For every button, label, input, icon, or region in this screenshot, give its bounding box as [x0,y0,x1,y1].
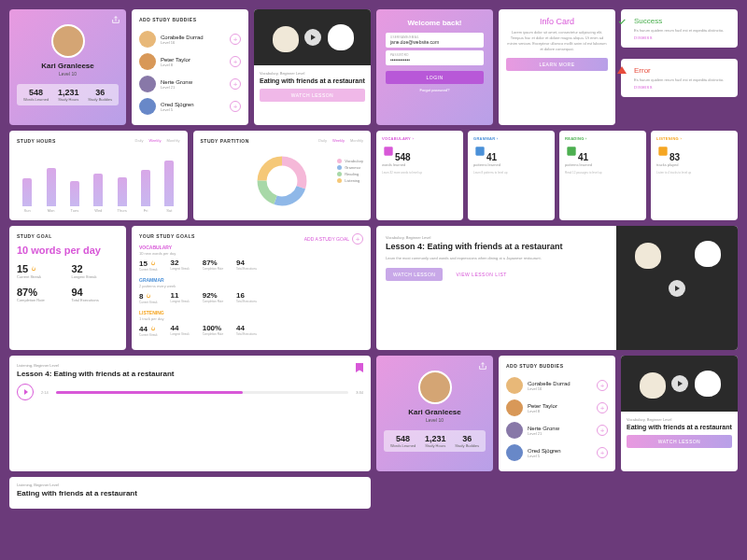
info-text: Lorem ipsum dolor sit amet, consectetur … [506,30,608,52]
add-buddy-button[interactable]: + [597,402,608,413]
player-title: Lesson 4: Eating with friends at a resta… [17,370,363,378]
lesson-title: Eating with friends at a restaurant [260,77,365,84]
legend-item: Vocabulary [337,159,363,163]
svg-rect-4 [384,147,392,155]
welcome-card: Welcome back! USERNAME/EMAIL jane.doe@we… [376,9,493,125]
watch-lesson-button[interactable]: WATCH LESSON [386,268,443,281]
share-icon[interactable] [478,361,487,371]
buddy-avatar [139,53,156,70]
add-buddy-button[interactable]: + [230,78,241,90]
add-buddy-button[interactable]: + [230,34,241,45]
mini-stat-card[interactable]: VOCABULARY ›548words learnedLearn 32 mor… [376,131,463,220]
share-icon[interactable] [111,15,120,24]
profile-card-2: Kari Granleese Level 10 548Words Learned… [376,356,493,471]
stat: 1,231Study Hours [425,434,446,448]
add-buddy-button[interactable]: + [597,380,608,391]
info-card: Info Card Lorem ipsum dolor sit amet, co… [499,9,615,125]
tab-daily[interactable]: Daily [135,138,144,143]
study-goals-table: YOUR STUDY GOALS ADD A STUDY GOAL + VOCA… [132,226,371,350]
lesson-card-small: Vocabulary, Beginner Level Eating with f… [254,9,371,125]
play-icon[interactable] [304,29,321,46]
study-hours-chart: STUDY HOURS DailyWeeklyMonthly SunMonTue… [9,131,188,220]
play-icon[interactable] [669,280,685,297]
bar: Fri [135,170,156,213]
goal-row: GRAMMAR2 patterns every week8Current Str… [139,277,363,304]
username-field[interactable]: USERNAME/EMAIL jane.doe@website.com [386,33,484,48]
login-button[interactable]: LOGIN [386,71,484,84]
mini-stat-card[interactable]: GRAMMAR ›41patterns learnedLearn 8 patte… [468,131,555,220]
learn-more-button[interactable]: LEARN MORE [506,58,608,71]
avatar [51,24,85,58]
bar: Tues [64,181,85,214]
svg-rect-5 [475,147,484,155]
progress-bar[interactable] [56,391,348,394]
stat: 36Study Buddies [88,88,112,102]
password-field[interactable]: PASSWORD •••••••••••• [386,50,484,65]
buddy-row: Peter TaylorLevel 8+ [506,397,608,419]
add-goal-button[interactable]: ADD A STUDY GOAL + [304,233,363,245]
tab-daily[interactable]: Daily [318,138,327,143]
tab-weekly[interactable]: Weekly [332,138,345,143]
welcome-title: Welcome back! [386,19,484,27]
study-goal-card: STUDY GOAL 10 words per day 15Current St… [9,226,126,350]
duration: 3:34 [356,390,363,395]
forgot-password-link[interactable]: Forgot password? [386,88,484,92]
buddies-card-2: ADD STUDY BUDDIES Corabelle DurradLevel … [499,356,615,471]
lesson-video[interactable] [616,226,738,350]
profile-level: Level 10 [17,71,119,77]
buddy-avatar [506,399,523,416]
buddy-row: Ored SjögrenLevel 5+ [506,441,608,464]
legend-item: Listening [337,178,363,183]
tab-monthly[interactable]: Monthly [350,138,363,143]
add-buddy-button[interactable]: + [597,447,608,458]
plus-icon[interactable]: + [352,233,363,245]
svg-rect-6 [567,147,575,155]
stat: 548Words Learned [23,88,49,102]
goal-row: VOCABULARY10 new words per day15Current … [139,245,363,272]
lesson-card-small-2: Vocabulary, Beginner Level Eating with f… [621,356,738,471]
play-button[interactable] [17,384,34,400]
view-list-button[interactable]: VIEW LESSON LIST [448,268,514,281]
legend-item: Grammar [337,165,363,170]
info-title: Info Card [506,17,608,26]
tab-monthly[interactable]: Monthly [166,138,179,143]
lesson-thumbnail[interactable] [621,356,738,412]
bar: Mon [40,168,61,213]
bar: Wed [88,174,108,213]
stat: 36Study Buddies [455,434,479,448]
add-buddy-button[interactable]: + [230,101,241,112]
goal-stat: 32Longest Streak [72,263,120,279]
watch-lesson-button[interactable]: WATCH LESSON [260,89,365,102]
svg-rect-7 [658,147,667,155]
lesson-thumbnail[interactable] [254,9,371,65]
category-icon [473,145,486,158]
buddy-avatar [139,98,156,115]
current-time: 2:14 [41,390,49,395]
watch-lesson-button[interactable]: WATCH LESSON [627,435,732,448]
avatar [418,371,452,404]
category-icon [382,145,395,158]
play-icon[interactable] [671,375,688,392]
goal-stat: 15Current Streak [17,263,64,279]
category-icon [656,145,669,158]
profile-card: Kari Granleese Level 10 548Words Learned… [9,9,126,125]
warning-icon [617,66,627,74]
legend-item: Reading [337,172,363,176]
goal-row: LISTENING1 track per day44Current Streak… [139,310,363,337]
goal-target: 10 words per day [17,245,119,256]
add-buddy-button[interactable]: + [230,56,241,67]
bar: Sat [159,161,179,213]
dismiss-button[interactable]: DISMISS [634,85,730,90]
lesson-category: Vocabulary, Beginner Level [260,71,365,76]
goal-stat: 87%Completion Rate [17,287,64,302]
buddy-avatar [139,31,156,48]
add-buddy-button[interactable]: + [597,425,608,436]
mini-stat-card[interactable]: READING ›41patterns learnedRead 12 passa… [559,131,646,220]
dismiss-button[interactable]: DISMISS [634,35,730,40]
tab-weekly[interactable]: Weekly [148,138,161,143]
stat: 548Words Learned [390,434,416,448]
featured-lesson-title: Lesson 4: Eating with friends at a resta… [386,242,607,251]
mini-stat-card[interactable]: LISTENING ›83tracks playedListen to 4 tr… [651,131,738,220]
buddy-row: Ored SjögrenLevel 5+ [139,95,241,118]
stat: 1,231Study Hours [58,88,79,102]
